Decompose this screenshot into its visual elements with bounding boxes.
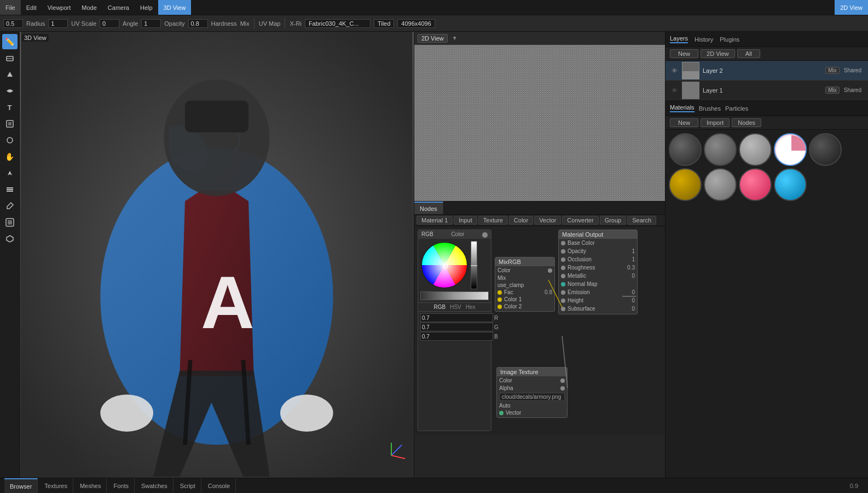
bottom-tab-meshes[interactable]: Meshes: [74, 478, 107, 493]
svg-rect-6: [7, 189, 13, 190]
b-input[interactable]: [420, 332, 493, 341]
tool-mask[interactable]: [2, 215, 18, 230]
radius-input[interactable]: [48, 19, 68, 28]
tool-eraser[interactable]: [2, 50, 18, 66]
viewport-3d[interactable]: A 3D View: [20, 32, 414, 478]
bottom-tab-swatches[interactable]: Swatches: [136, 478, 173, 493]
nodes-material1[interactable]: Material 1: [416, 216, 453, 225]
uvscale-input[interactable]: [100, 19, 119, 28]
svg-rect-15: [185, 101, 248, 133]
tool-layers-icon[interactable]: [2, 182, 18, 197]
layer-2-shared-badge: Shared: [842, 67, 864, 73]
tool-hex[interactable]: [2, 231, 18, 246]
menu-file[interactable]: File: [0, 0, 21, 15]
mat-swatch-1[interactable]: [704, 133, 737, 166]
hex-mode-btn[interactable]: Hex: [466, 304, 476, 310]
history-tab[interactable]: History: [695, 36, 713, 43]
occlusion-socket: [561, 257, 565, 262]
r-input[interactable]: [420, 313, 493, 322]
mat-tab-brushes[interactable]: Brushes: [699, 105, 721, 112]
mat-swatch-8[interactable]: [774, 168, 807, 201]
mat-swatch-5[interactable]: [669, 168, 702, 201]
layers-2dview-btn[interactable]: 2D View: [701, 49, 735, 58]
nodes-converter[interactable]: Converter: [562, 216, 598, 225]
normalmap-socket: [561, 282, 565, 286]
mat-swatch-6[interactable]: [704, 168, 737, 201]
bottom-tab-textures[interactable]: Textures: [39, 478, 73, 493]
mat-nodes-btn[interactable]: Nodes: [732, 118, 761, 127]
mat-swatch-0[interactable]: [669, 133, 702, 166]
layers-new-btn[interactable]: New: [670, 49, 698, 58]
rgb-mode-btn[interactable]: RGB: [433, 304, 445, 310]
menu-camera[interactable]: Camera: [102, 0, 135, 15]
nodes-vector[interactable]: Vector: [534, 216, 561, 225]
view-2d-label[interactable]: 2D View: [418, 34, 448, 43]
svg-point-17: [280, 394, 333, 432]
tool-text[interactable]: T: [2, 100, 18, 115]
mat-import-btn[interactable]: Import: [701, 118, 730, 127]
tool-eyedropper[interactable]: [2, 198, 18, 214]
bottom-tab-fonts[interactable]: Fonts: [108, 478, 135, 493]
opacity-input[interactable]: [188, 19, 208, 28]
menu-3dview[interactable]: 3D View: [158, 0, 192, 15]
menu-bar: File Edit Viewport Mode Camera Help 3D V…: [0, 0, 868, 15]
mat-swatch-2[interactable]: [739, 133, 772, 166]
tool-hand[interactable]: ✋: [2, 149, 18, 164]
mixrgb-title: MixRGB: [495, 257, 554, 266]
layers-list: 👁 Layer 2 Mix Shared 👁 Layer 1 Mix Share…: [666, 61, 868, 100]
nodes-color[interactable]: Color: [509, 216, 533, 225]
menu-viewport[interactable]: Viewport: [42, 0, 77, 15]
color1-socket: [497, 297, 502, 302]
g-input[interactable]: [420, 323, 493, 331]
tool-brush[interactable]: ✏️: [2, 34, 18, 49]
tile-mode[interactable]: Tiled: [374, 19, 394, 28]
img-color-socket: [560, 379, 565, 383]
nodes-input[interactable]: Input: [454, 216, 477, 225]
layers-top-bar: Layers History Plugins: [666, 32, 868, 47]
menu-mode[interactable]: Mode: [76, 0, 102, 15]
bottom-tab-script[interactable]: Script: [175, 478, 201, 493]
size-input[interactable]: [3, 19, 23, 28]
tool-stamp[interactable]: [2, 165, 18, 181]
layer-1-eye[interactable]: 👁: [670, 86, 679, 95]
layer-2-eye[interactable]: 👁: [670, 66, 679, 75]
plugins-tab[interactable]: Plugins: [720, 36, 739, 43]
color-wheel-container[interactable]: [420, 241, 468, 289]
nodes-group[interactable]: Group: [600, 216, 627, 225]
tool-circle[interactable]: [2, 133, 18, 148]
menu-2dview[interactable]: 2D View: [835, 0, 868, 15]
nodes-texture[interactable]: Texture: [478, 216, 508, 225]
mat-swatch-3-selected[interactable]: [774, 133, 807, 166]
img-color-row: Color: [497, 376, 567, 385]
tool-fill[interactable]: [2, 67, 18, 82]
layers-tab-active[interactable]: Layers: [670, 35, 688, 43]
nodes-tab[interactable]: Nodes: [414, 202, 443, 214]
tool-uv[interactable]: [2, 116, 18, 131]
viewport-background: A: [20, 32, 414, 478]
image-texture-node: Image Texture Color Alpha cloud/decals/a…: [496, 367, 568, 418]
texture-name[interactable]: Fabric030_4K_C...: [305, 19, 371, 28]
layer-row-2[interactable]: 👁 Layer 2 Mix Shared: [666, 61, 868, 81]
mat-swatch-7[interactable]: [739, 168, 772, 201]
bottom-tab-console[interactable]: Console: [202, 478, 236, 493]
materials-actions: New Import Nodes: [666, 116, 868, 130]
menu-edit[interactable]: Edit: [21, 0, 42, 15]
layers-all-btn[interactable]: All: [737, 49, 760, 58]
bottom-tab-browser[interactable]: Browser: [4, 478, 38, 493]
hsv-mode-btn[interactable]: HSV: [450, 304, 461, 310]
brightness-slider[interactable]: [471, 241, 477, 289]
metallic-row: Metallic 0: [559, 272, 637, 280]
hardness-label: Hardness: [211, 20, 237, 27]
layer-row-1[interactable]: 👁 Layer 1 Mix Shared: [666, 81, 868, 100]
mat-new-btn[interactable]: New: [670, 118, 698, 127]
nodes-search[interactable]: Search: [627, 216, 656, 225]
mat-tab-particles[interactable]: Particles: [725, 105, 748, 112]
nodes-graph-area[interactable]: RGB Color: [414, 226, 665, 434]
color-gradient-bar[interactable]: [420, 291, 489, 300]
angle-input[interactable]: [141, 19, 161, 28]
mat-tab-materials[interactable]: Materials: [670, 104, 695, 112]
menu-help[interactable]: Help: [135, 0, 158, 15]
mat-swatch-4[interactable]: [809, 133, 842, 166]
tool-smear[interactable]: [2, 83, 18, 99]
img-path[interactable]: cloud/decals/armory.png: [499, 393, 565, 401]
